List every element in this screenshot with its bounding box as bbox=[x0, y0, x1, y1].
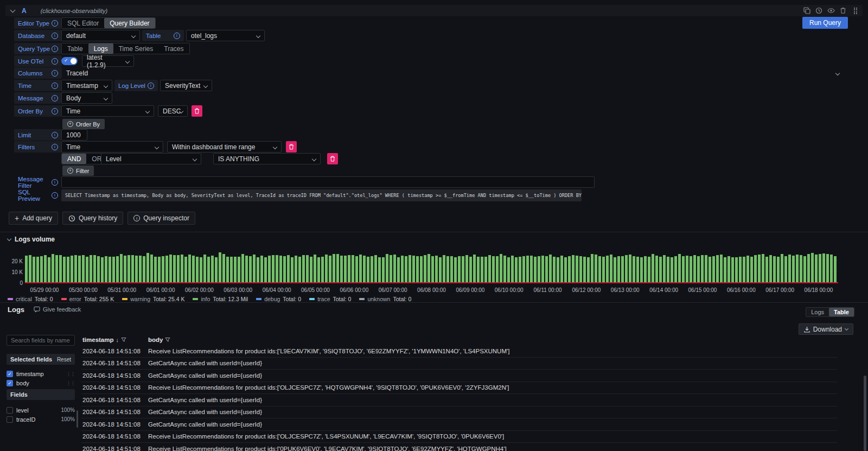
timestamp-column-header[interactable]: timestamp bbox=[82, 336, 126, 343]
view-option-logs[interactable]: Logs bbox=[806, 308, 829, 316]
log-level-select[interactable]: SeverityText bbox=[160, 80, 212, 91]
sidebar-scrollbar[interactable] bbox=[76, 410, 78, 428]
query-inspector-button[interactable]: Query inspector bbox=[127, 212, 195, 225]
volume-bar bbox=[712, 256, 715, 282]
available-field-level[interactable]: level100% bbox=[7, 406, 75, 414]
filter-funnel-icon[interactable] bbox=[121, 337, 126, 342]
table-row[interactable]: 2024-06-18 14:51:08Receive ListRecommend… bbox=[81, 431, 837, 443]
logs-volume-panel-title[interactable]: Logs volume bbox=[8, 236, 55, 243]
sql-preview-code[interactable]: SELECT Timestamp as timestamp, Body as b… bbox=[61, 189, 582, 201]
reset-button[interactable]: Reset bbox=[57, 357, 71, 363]
info-icon[interactable] bbox=[52, 132, 58, 138]
remove-query-trash-icon[interactable] bbox=[840, 7, 846, 14]
query-type-option-traces[interactable]: Traces bbox=[158, 43, 189, 54]
info-icon[interactable] bbox=[52, 95, 58, 101]
drag-handle-icon[interactable] bbox=[66, 371, 75, 377]
error-baseline-series bbox=[25, 282, 838, 283]
volume-bar bbox=[697, 256, 700, 282]
time-column-select[interactable]: Timestamp bbox=[61, 80, 112, 91]
table-row[interactable]: 2024-06-18 14:51:08Receive ListRecommend… bbox=[81, 443, 837, 451]
drag-handle-icon[interactable] bbox=[66, 380, 75, 386]
selected-field-body[interactable]: body bbox=[7, 379, 75, 387]
query-type-option-timeseries[interactable]: Time Series bbox=[113, 43, 159, 54]
legend-item-trace[interactable]: traceTotal: 0 bbox=[309, 296, 351, 302]
volume-bar bbox=[29, 255, 31, 282]
give-feedback-link[interactable]: Give feedback bbox=[34, 306, 81, 313]
use-otel-toggle[interactable] bbox=[61, 57, 78, 65]
filter-funnel-icon[interactable] bbox=[165, 337, 170, 342]
table-row[interactable]: 2024-06-18 14:51:08GetCartAsync called w… bbox=[81, 358, 837, 370]
checkbox-unchecked[interactable] bbox=[7, 407, 13, 414]
info-icon[interactable] bbox=[52, 82, 58, 89]
query-history-button[interactable]: Query history bbox=[62, 212, 123, 225]
info-icon[interactable] bbox=[52, 192, 58, 199]
query-type-option-table[interactable]: Table bbox=[62, 43, 88, 54]
table-row[interactable]: 2024-06-18 14:51:08GetCartAsync called w… bbox=[81, 418, 837, 431]
info-icon[interactable] bbox=[52, 33, 58, 39]
legend-item-error[interactable]: errorTotal: 255 K bbox=[61, 296, 114, 302]
add-filter-button[interactable]: Filter bbox=[62, 166, 94, 176]
query-history-icon[interactable] bbox=[815, 7, 822, 14]
legend-item-debug[interactable]: debugTotal: 0 bbox=[256, 296, 301, 302]
view-option-table[interactable]: Table bbox=[829, 308, 854, 316]
filter1-value-select[interactable]: Within dashboard time range bbox=[167, 141, 282, 153]
table-row[interactable]: 2024-06-18 14:51:08GetCartAsync called w… bbox=[81, 370, 837, 382]
legend-item-info[interactable]: infoTotal: 12.3 Mil bbox=[193, 296, 248, 302]
collapse-chevron-icon[interactable] bbox=[10, 7, 16, 12]
remove-filter1-button[interactable] bbox=[286, 141, 297, 153]
remove-order-by-button[interactable] bbox=[192, 105, 202, 117]
limit-input[interactable]: 1000 bbox=[61, 129, 87, 141]
message-column-select[interactable]: Body bbox=[61, 92, 112, 104]
columns-multiselect[interactable]: TraceId bbox=[61, 67, 844, 79]
table-row[interactable]: 2024-06-18 14:51:08GetCartAsync called w… bbox=[81, 394, 837, 406]
query-type-option-logs[interactable]: Logs bbox=[88, 43, 113, 54]
filter-and-option[interactable]: AND bbox=[62, 154, 86, 164]
drag-handle-icon[interactable] bbox=[854, 8, 857, 14]
table-row[interactable]: 2024-06-18 14:51:08Receive ListRecommend… bbox=[81, 345, 837, 358]
run-query-button[interactable]: Run Query bbox=[802, 17, 848, 29]
legend-item-warning[interactable]: warningTotal: 25.4 K bbox=[122, 296, 184, 302]
filter2-column-select[interactable]: Level bbox=[101, 153, 201, 164]
query-row-header[interactable]: A (clickhouse-observability) bbox=[5, 5, 863, 16]
legend-item-critical[interactable]: criticalTotal: 0 bbox=[8, 296, 53, 302]
otel-version-select[interactable]: latest (1.2.9) bbox=[82, 55, 134, 67]
info-icon[interactable] bbox=[52, 108, 58, 115]
add-order-by-button[interactable]: Order By bbox=[62, 119, 105, 129]
info-icon[interactable] bbox=[52, 20, 58, 27]
info-icon[interactable] bbox=[52, 179, 58, 186]
download-button[interactable]: Download bbox=[799, 323, 853, 335]
filter1-column-select[interactable]: Time bbox=[61, 141, 163, 153]
order-by-column-select[interactable]: Time bbox=[61, 105, 154, 117]
filter2-value-select[interactable]: IS ANYTHING bbox=[213, 153, 321, 164]
table-scrollbar[interactable] bbox=[864, 376, 866, 451]
sort-desc-icon[interactable] bbox=[116, 336, 119, 343]
checkbox-unchecked[interactable] bbox=[7, 416, 13, 423]
available-field-traceID[interactable]: traceID100% bbox=[7, 415, 75, 423]
hide-query-eye-icon[interactable] bbox=[827, 7, 835, 14]
table-select[interactable]: otel_logs bbox=[186, 30, 265, 41]
legend-item-unknown[interactable]: unknownTotal: 0 bbox=[359, 296, 411, 302]
table-row[interactable]: 2024-06-18 14:51:08Receive ListRecommend… bbox=[81, 382, 837, 395]
selected-field-timestamp[interactable]: timestamp bbox=[7, 370, 75, 378]
editor-type-option-sql[interactable]: SQL Editor bbox=[62, 18, 104, 28]
info-icon[interactable] bbox=[52, 58, 58, 65]
logs-volume-chart[interactable] bbox=[25, 247, 838, 283]
search-fields-input[interactable] bbox=[7, 335, 75, 346]
checkbox-checked[interactable] bbox=[7, 371, 13, 377]
duplicate-query-icon[interactable] bbox=[803, 7, 810, 14]
info-icon[interactable] bbox=[148, 82, 154, 89]
checkbox-checked[interactable] bbox=[7, 380, 13, 386]
editor-type-option-builder[interactable]: Query Builder bbox=[104, 18, 155, 28]
body-column-header[interactable]: body bbox=[148, 336, 170, 343]
message-filter-input[interactable] bbox=[61, 176, 595, 188]
remove-filter2-button[interactable] bbox=[327, 153, 338, 164]
info-icon[interactable] bbox=[52, 144, 58, 150]
info-icon[interactable] bbox=[174, 33, 180, 39]
info-icon[interactable] bbox=[52, 46, 58, 52]
info-icon[interactable] bbox=[52, 70, 58, 77]
table-row[interactable]: 2024-06-18 14:51:08GetCartAsync called w… bbox=[81, 406, 837, 419]
order-by-direction-select[interactable]: DESC bbox=[158, 105, 188, 117]
database-select[interactable]: default bbox=[61, 30, 140, 41]
add-query-button[interactable]: +Add query bbox=[9, 212, 58, 225]
panel-collapse-chevron-icon[interactable] bbox=[7, 236, 11, 240]
